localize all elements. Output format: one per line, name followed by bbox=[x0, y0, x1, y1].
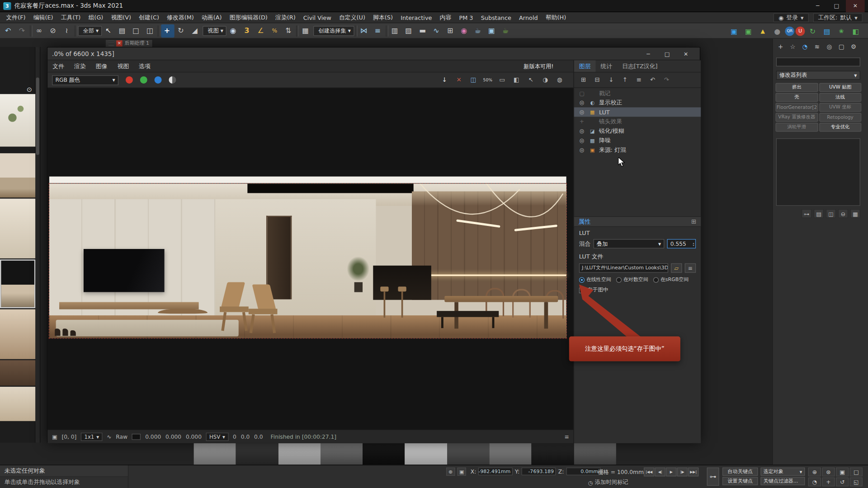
menu-item[interactable]: 动画(A) bbox=[198, 14, 226, 21]
visibility-eye-icon[interactable]: ▢ bbox=[578, 90, 585, 96]
panel-tab[interactable]: 日志[TZ汉化] bbox=[617, 60, 662, 72]
x-coordinate-field[interactable]: -982.491mm bbox=[478, 468, 513, 475]
menu-item[interactable]: 自定义(U) bbox=[335, 14, 369, 21]
history-thumbnail[interactable] bbox=[0, 259, 35, 308]
vfb-menu-item[interactable]: 图像 bbox=[91, 62, 113, 70]
visibility-eye-icon[interactable]: ◎ bbox=[578, 137, 585, 143]
redo-icon[interactable]: ↷ bbox=[16, 24, 29, 37]
expand-icon[interactable]: ≡ bbox=[565, 433, 569, 439]
color-corrections-icon[interactable]: ◍ bbox=[553, 75, 566, 85]
lut-list-button[interactable]: ≡ bbox=[685, 263, 696, 273]
curve-editor-icon[interactable]: ∿ bbox=[430, 24, 443, 37]
select-and-scale-icon[interactable]: ◢ bbox=[189, 24, 202, 37]
selection-region-icon[interactable]: □ bbox=[130, 24, 143, 37]
spinner-snap-icon[interactable]: ⇅ bbox=[283, 24, 296, 37]
blend-mode-dropdown[interactable]: 叠加 ▾ bbox=[594, 239, 665, 249]
menu-item[interactable]: 帮助(H) bbox=[542, 14, 570, 21]
modifier-preset-button[interactable]: Retopology bbox=[819, 113, 862, 122]
minimize-button[interactable]: ─ bbox=[639, 48, 658, 60]
maximize-button[interactable]: □ bbox=[658, 48, 677, 60]
layer-row[interactable]: ◎ ▦ LUT bbox=[574, 108, 701, 117]
region-render-icon[interactable]: ◫ bbox=[467, 75, 479, 85]
refresh-green-icon[interactable]: ↻ bbox=[806, 24, 819, 38]
menu-item[interactable]: PM 3 bbox=[455, 14, 477, 21]
vfb-menu-item[interactable]: 文件 bbox=[47, 62, 69, 70]
add-panel-icon[interactable]: + bbox=[775, 42, 786, 52]
select-and-rotate-icon[interactable]: ↻ bbox=[175, 24, 188, 37]
selection-filter-dropdown[interactable]: 全部 ▾ bbox=[78, 26, 102, 36]
select-object-icon[interactable]: ↖ bbox=[103, 24, 116, 37]
channel-dropdown[interactable]: RGB 颜色 ▾ bbox=[52, 75, 118, 85]
mirror-icon[interactable]: ⋈ bbox=[358, 24, 371, 37]
create-tab-icon[interactable]: ☆ bbox=[787, 42, 798, 52]
stamp-icon[interactable]: ▭ bbox=[496, 75, 508, 85]
go-to-start-button[interactable]: |◀◀ bbox=[644, 468, 654, 477]
utilities-tab-icon[interactable]: ⚙ bbox=[848, 42, 859, 52]
vfb-menu-item[interactable]: 选项 bbox=[134, 62, 156, 70]
pin-stack-icon[interactable]: ⊶ bbox=[802, 209, 811, 218]
modifier-stack[interactable] bbox=[776, 138, 860, 206]
modifier-preset-button[interactable]: 涡轮平滑 bbox=[776, 123, 818, 132]
modifier-preset-button[interactable]: VRay 置换修改器 bbox=[776, 113, 818, 122]
minimize-button[interactable]: ─ bbox=[808, 0, 827, 12]
lut-path-field[interactable]: J:\LUT文件\Linear\Custom Looks\3D bbox=[579, 263, 668, 273]
vfb-titlebar[interactable]: .0% of 6600 x 1435] ─ □ ✕ bbox=[47, 47, 699, 60]
visibility-eye-icon[interactable]: ◎ bbox=[578, 146, 585, 152]
maximize-viewport-icon[interactable]: ◱ bbox=[850, 478, 863, 487]
blue-channel-toggle[interactable] bbox=[155, 76, 162, 84]
field-of-view-icon[interactable]: ◔ bbox=[808, 478, 821, 487]
maximize-button[interactable]: □ bbox=[827, 0, 846, 12]
y-coordinate-field[interactable]: -7693.189 bbox=[522, 468, 556, 475]
go-to-end-button[interactable]: ▶▶| bbox=[688, 468, 698, 477]
alpha-channel-toggle[interactable] bbox=[169, 76, 176, 84]
menu-item[interactable]: 图形编辑器(D) bbox=[226, 14, 271, 21]
visibility-eye-icon[interactable]: ◎ bbox=[578, 128, 585, 134]
layer-row[interactable]: ◎ ◪ 锐化/模糊 bbox=[574, 126, 701, 136]
modify-tab-icon[interactable]: ◔ bbox=[799, 42, 810, 52]
select-and-move-icon[interactable]: + bbox=[161, 24, 175, 37]
make-unique-icon[interactable]: ◫ bbox=[826, 209, 836, 218]
isolate-selection-icon[interactable]: ⊕ bbox=[446, 468, 455, 476]
vfb-menu-item[interactable]: 视图 bbox=[113, 62, 134, 70]
layer-row[interactable]: ◎ ▣ 来源: 灯混 bbox=[574, 145, 701, 155]
spinner-arrows-icon[interactable]: ▴▾ bbox=[693, 241, 694, 246]
plugin-blue-icon[interactable]: ▣ bbox=[727, 24, 741, 38]
layer-explorer-icon[interactable]: ▧ bbox=[403, 24, 416, 37]
play-animation-button[interactable]: ▶ bbox=[666, 468, 676, 477]
use-pivot-point-icon[interactable]: ◉ bbox=[227, 24, 241, 37]
snaps-toggle-icon[interactable]: 3 bbox=[241, 24, 254, 37]
menu-item[interactable]: Interactive bbox=[397, 14, 436, 21]
pan-icon[interactable]: + bbox=[822, 478, 835, 487]
warning-icon[interactable]: ▲ bbox=[756, 24, 769, 38]
rendered-frame-window-icon[interactable]: ▣ bbox=[486, 24, 499, 37]
delete-layer-icon[interactable]: ⊟ bbox=[591, 75, 604, 85]
schematic-view-icon[interactable]: ⊞ bbox=[444, 24, 458, 37]
reference-coordinate-dropdown[interactable]: 视图 ▾ bbox=[203, 26, 226, 36]
save-preset-icon[interactable]: ↓ bbox=[605, 75, 617, 85]
zoom-extents-icon[interactable]: ▣ bbox=[836, 468, 849, 477]
window-crossing-icon[interactable]: ◫ bbox=[144, 24, 157, 37]
pop-out-icon[interactable]: ⊞ bbox=[691, 218, 696, 225]
modifier-preset-button[interactable]: FloorGenerator[2 bbox=[776, 103, 818, 112]
close-button[interactable]: ✕ bbox=[846, 0, 865, 12]
u-plugin-icon[interactable]: U bbox=[796, 26, 805, 36]
next-frame-button[interactable]: |▶ bbox=[677, 468, 688, 477]
modifier-preset-button[interactable]: 挤出 bbox=[776, 83, 818, 92]
hierarchy-tab-icon[interactable]: ≋ bbox=[811, 42, 822, 52]
browse-folder-button[interactable]: ▱ bbox=[671, 263, 682, 273]
undo-icon[interactable]: ↶ bbox=[2, 24, 15, 37]
z-coordinate-field[interactable]: 0.0mm bbox=[566, 468, 600, 475]
green-channel-toggle[interactable] bbox=[140, 76, 147, 84]
modifier-preset-button[interactable]: 壳 bbox=[776, 93, 818, 102]
vfb-menu-item[interactable]: 渲染 bbox=[69, 62, 91, 70]
modifier-list-dropdown[interactable]: 修改器列表 ▾ bbox=[776, 71, 860, 80]
named-selection-sets-dropdown[interactable]: 创建选择集 ▾ bbox=[314, 26, 354, 36]
selection-lock-icon[interactable]: ▣ bbox=[457, 468, 466, 476]
drag-grip-icon[interactable] bbox=[108, 41, 114, 46]
angle-snap-icon[interactable]: ∠ bbox=[255, 24, 268, 37]
layer-row[interactable]: + 镜头效果 bbox=[574, 117, 701, 126]
colorspace-radio[interactable]: 在sRGB空间 bbox=[653, 276, 689, 283]
object-name-field[interactable] bbox=[776, 57, 860, 66]
set-key-button[interactable]: 设置关键点 bbox=[722, 477, 758, 485]
zoom-dropdown[interactable]: 1x1 ▾ bbox=[81, 432, 102, 441]
